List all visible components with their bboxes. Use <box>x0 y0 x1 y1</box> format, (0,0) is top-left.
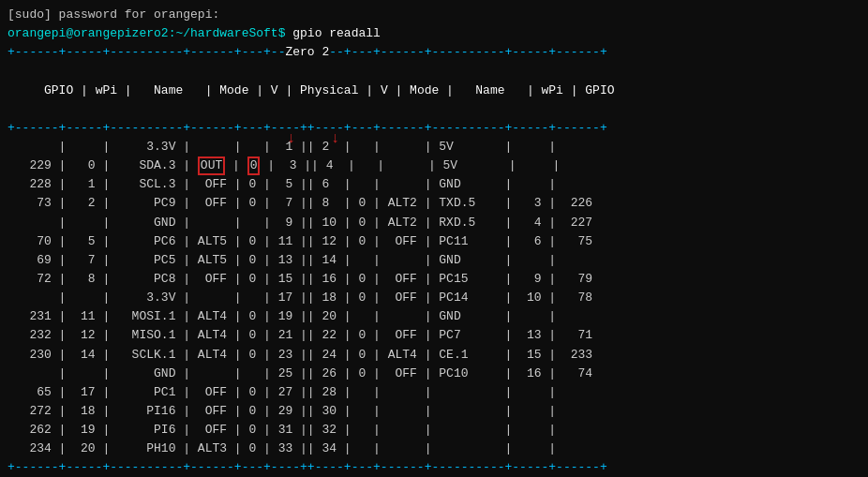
prompt-text: orangepi@orangepizero2:~/hardwareSoft$ <box>7 26 285 40</box>
table-row: 72 | 8 | PC8 | OFF | 0 | 15 || 16 | 0 | … <box>7 270 861 289</box>
table-row: | | 3.3V | | | 17 || 18 | 0 | OFF | PC14… <box>7 289 861 307</box>
out-highlight: OUT <box>198 157 225 175</box>
table-row: 231 | 11 | MOSI.1 | ALT4 | 0 | 19 || 20 … <box>7 307 861 326</box>
table-row: 230 | 14 | SCLK.1 | ALT4 | 0 | 23 || 24 … <box>7 346 861 365</box>
table-row: 65 | 17 | PC1 | OFF | 0 | 27 || 28 | | |… <box>7 383 861 402</box>
table-row: 232 | 12 | MISO.1 | ALT4 | 0 | 21 || 22 … <box>7 326 861 345</box>
table-row: | | 3.3V | | | 1 || 2 | | | 5V | | <box>7 138 861 157</box>
table-row: 262 | 19 | PI6 | OFF | 0 | 31 || 32 | | … <box>7 421 861 440</box>
table-row: 234 | 20 | PH10 | ALT3 | 0 | 33 || 34 | … <box>7 440 861 458</box>
top-separator: +------+-----+----------+------+---+--Ze… <box>7 43 861 62</box>
table-row: 228 | 1 | SCL.3 | OFF | 0 | 5 || 6 | | |… <box>7 175 861 194</box>
header-separator: +------+-----+----------+------+---+----… <box>7 119 861 138</box>
footer-separator: +------+-----+----------+------+---+----… <box>7 458 861 477</box>
prompt-line: orangepi@orangepizero2:~/hardwareSoft$ g… <box>7 24 861 43</box>
table-row: 69 | 7 | PC5 | ALT5 | 0 | 13 || 14 | | |… <box>7 251 861 270</box>
table-row: | | GND | | | 25 || 26 | 0 | OFF | PC10 … <box>7 365 861 383</box>
command-text: gpio readall <box>292 26 381 40</box>
v-highlight: 0 <box>247 157 261 175</box>
terminal-window: [sudo] password for orangepi: orangepi@o… <box>0 0 868 477</box>
table-row: 70 | 5 | PC6 | ALT5 | 0 | 11 || 12 | 0 |… <box>7 232 861 251</box>
table-row: 229 | 0 | SDA.3 | OUT | 0 | 3 || 4 | | |… <box>7 157 861 175</box>
table-row: 272 | 18 | PI16 | OFF | 0 | 29 || 30 | |… <box>7 402 861 421</box>
table-row: 73 | 2 | PC9 | OFF | 0 | 7 || 8 | 0 | AL… <box>7 194 861 213</box>
table-row: | | GND | | | 9 || 10 | 0 | ALT2 | RXD.5… <box>7 214 861 232</box>
sudo-line: [sudo] password for orangepi: <box>7 6 861 24</box>
table-header: GPIO | wPi | Name | Mode | V | Physical … <box>7 62 861 118</box>
